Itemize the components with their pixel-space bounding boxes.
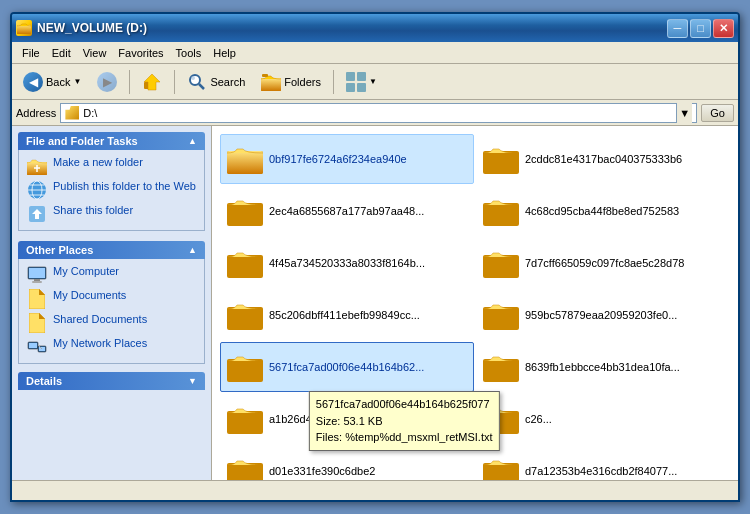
svg-rect-25 [29, 343, 37, 348]
views-dropdown-icon[interactable]: ▼ [369, 77, 377, 86]
my-documents-label: My Documents [53, 289, 126, 301]
folder-name-4: 4f45a734520333a8033f8164b... [269, 256, 425, 270]
folder-name-3: 4c68cd95cba44f8be8ed752583 [525, 204, 679, 218]
close-button[interactable]: ✕ [713, 19, 734, 38]
folder-icon-3 [483, 196, 519, 226]
folders-label: Folders [284, 76, 321, 88]
toolbar-separator-2 [174, 70, 175, 94]
other-places-header[interactable]: Other Places ▲ [18, 241, 205, 259]
folder-name-5: 7d7cff665059c097fc8ae5c28d78 [525, 256, 684, 270]
folder-item-12[interactable]: d01e331fe390c6dbe2 [220, 446, 474, 480]
window-icon [16, 20, 32, 36]
my-documents-icon [27, 289, 47, 309]
folder-item-6[interactable]: 85c206dbff411ebefb99849cc... [220, 290, 474, 340]
folder-name-13: d7a12353b4e316cdb2f84077... [525, 464, 677, 478]
folder-icon-5 [483, 248, 519, 278]
folder-item-1[interactable]: 2cddc81e4317bac040375333b6 [476, 134, 730, 184]
other-places-chevron: ▲ [188, 245, 197, 255]
other-places-title: Other Places [26, 244, 93, 256]
left-panel: File and Folder Tasks ▲ [12, 126, 212, 480]
folder-icon-12 [227, 456, 263, 480]
svg-line-5 [199, 84, 204, 89]
folder-name-9: 8639fb1ebbcce4bb31dea10fa... [525, 360, 680, 374]
my-documents-item[interactable]: My Documents [27, 289, 196, 309]
share-item[interactable]: Share this folder [27, 204, 196, 224]
folder-item-8[interactable]: 5671fca7ad00f06e44b164b62... 5671fca7ad0… [220, 342, 474, 392]
folder-icon-9 [483, 352, 519, 382]
shared-docs-item[interactable]: Shared Documents [27, 313, 196, 333]
folder-icon-6 [227, 300, 263, 330]
title-bar: NEW_VOLUME (D:) ─ □ ✕ [12, 14, 738, 42]
new-folder-label: Make a new folder [53, 156, 143, 168]
back-button[interactable]: ◀ Back ▼ [16, 68, 88, 96]
file-area: 0bf917fe6724a6f234ea940e 2cddc81e4317bac… [212, 126, 738, 480]
folder-icon-8 [227, 352, 263, 382]
folder-name-11: c26... [525, 412, 552, 426]
publish-label: Publish this folder to the Web [53, 180, 196, 192]
menu-file[interactable]: File [16, 45, 46, 61]
folder-name-0: 0bf917fe6724a6f234ea940e [269, 152, 407, 166]
folder-icon-13 [483, 456, 519, 480]
menu-view[interactable]: View [77, 45, 113, 61]
menu-tools[interactable]: Tools [170, 45, 208, 61]
network-places-icon [27, 337, 47, 357]
folder-icon-1 [483, 144, 519, 174]
new-folder-icon [27, 156, 47, 176]
go-button[interactable]: Go [701, 104, 734, 122]
views-icon [346, 72, 366, 92]
window-title: NEW_VOLUME (D:) [37, 21, 147, 35]
title-bar-buttons: ─ □ ✕ [667, 19, 734, 38]
folder-tooltip-8: 5671fca7ad00f06e44b164b625f077 Size: 53.… [309, 391, 500, 451]
status-bar [12, 480, 738, 500]
forward-button[interactable]: ▶ [90, 68, 124, 96]
details-header[interactable]: Details ▼ [18, 372, 205, 390]
folders-button[interactable]: Folders [254, 68, 328, 96]
svg-point-6 [191, 76, 195, 80]
search-button[interactable]: Search [180, 68, 252, 96]
publish-icon [27, 180, 47, 200]
menu-help[interactable]: Help [207, 45, 242, 61]
menu-favorites[interactable]: Favorites [112, 45, 169, 61]
folder-item-5[interactable]: 7d7cff665059c097fc8ae5c28d78 [476, 238, 730, 288]
address-input[interactable] [83, 107, 672, 119]
minimize-button[interactable]: ─ [667, 19, 688, 38]
my-computer-label: My Computer [53, 265, 119, 277]
file-tasks-chevron: ▲ [188, 136, 197, 146]
maximize-button[interactable]: □ [690, 19, 711, 38]
folder-item-13[interactable]: d7a12353b4e316cdb2f84077... [476, 446, 730, 480]
main-content: File and Folder Tasks ▲ [12, 126, 738, 480]
folder-name-1: 2cddc81e4317bac040375333b6 [525, 152, 682, 166]
network-places-item[interactable]: My Network Places [27, 337, 196, 357]
address-dropdown[interactable]: ▼ [676, 103, 692, 123]
share-label: Share this folder [53, 204, 133, 216]
svg-point-4 [190, 75, 200, 85]
menu-edit[interactable]: Edit [46, 45, 77, 61]
details-chevron: ▼ [188, 376, 197, 386]
my-computer-item[interactable]: My Computer [27, 265, 196, 285]
details-title: Details [26, 375, 62, 387]
folder-item-11[interactable]: c26... [476, 394, 730, 444]
file-tasks-title: File and Folder Tasks [26, 135, 138, 147]
folder-item-0[interactable]: 0bf917fe6724a6f234ea940e [220, 134, 474, 184]
folder-item-3[interactable]: 4c68cd95cba44f8be8ed752583 [476, 186, 730, 236]
up-button[interactable] [135, 68, 169, 96]
folders-icon [261, 72, 281, 92]
back-dropdown-icon[interactable]: ▼ [73, 77, 81, 86]
folder-name-12: d01e331fe390c6dbe2 [269, 464, 375, 478]
folder-item-4[interactable]: 4f45a734520333a8033f8164b... [220, 238, 474, 288]
folder-name-7: 959bc57879eaa20959203fe0... [525, 308, 677, 322]
address-label: Address [16, 107, 56, 119]
back-icon: ◀ [23, 72, 43, 92]
new-folder-item[interactable]: Make a new folder [27, 156, 196, 176]
file-tasks-header[interactable]: File and Folder Tasks ▲ [18, 132, 205, 150]
publish-item[interactable]: Publish this folder to the Web [27, 180, 196, 200]
folder-icon-0 [227, 144, 263, 174]
views-button[interactable]: ▼ [339, 68, 384, 96]
folder-item-2[interactable]: 2ec4a6855687a177ab97aa48... [220, 186, 474, 236]
folder-item-7[interactable]: 959bc57879eaa20959203fe0... [476, 290, 730, 340]
svg-rect-21 [29, 268, 45, 278]
folder-name-2: 2ec4a6855687a177ab97aa48... [269, 204, 424, 218]
explorer-window: NEW_VOLUME (D:) ─ □ ✕ File Edit View Fav… [10, 12, 740, 502]
folder-item-9[interactable]: 8639fb1ebbcce4bb31dea10fa... [476, 342, 730, 392]
folder-icon-7 [483, 300, 519, 330]
